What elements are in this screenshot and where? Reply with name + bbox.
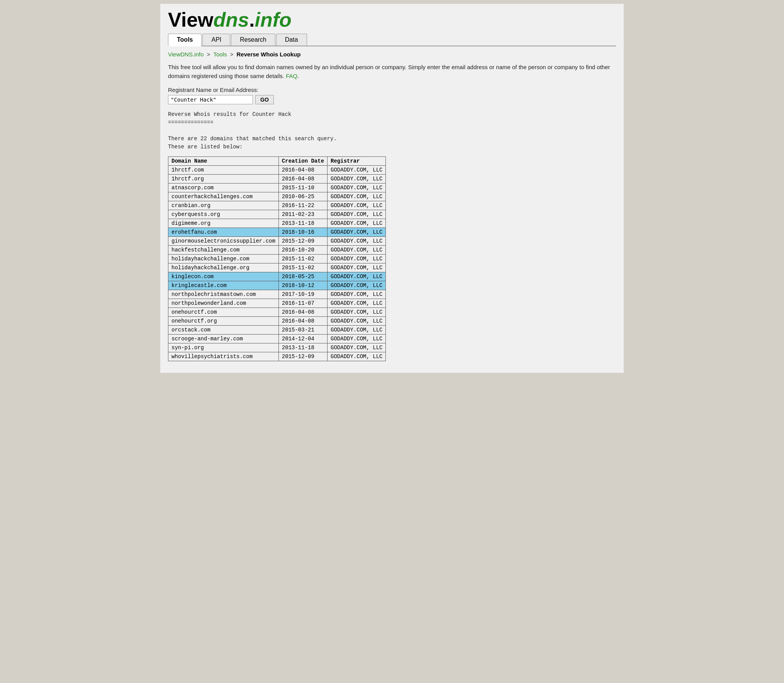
cell-registrar: GODADDY.COM, LLC xyxy=(328,326,386,335)
cell-creation-date: 2017-10-19 xyxy=(278,290,327,299)
cell-registrar: GODADDY.COM, LLC xyxy=(328,308,386,317)
cell-registrar: GODADDY.COM, LLC xyxy=(328,201,386,210)
cell-registrar: GODADDY.COM, LLC xyxy=(328,166,386,175)
cell-creation-date: 2015-11-02 xyxy=(278,263,327,272)
results-table: Domain Name Creation Date Registrar 1hrc… xyxy=(168,156,386,361)
cell-registrar: GODADDY.COM, LLC xyxy=(328,246,386,255)
table-row: whovillepsychiatrists.com2015-12-09GODAD… xyxy=(168,352,386,361)
cell-domain: digimeme.org xyxy=(168,219,279,228)
table-row: holidayhackchallenge.org2015-11-02GODADD… xyxy=(168,263,386,272)
cell-creation-date: 2016-11-07 xyxy=(278,299,327,308)
cell-registrar: GODADDY.COM, LLC xyxy=(328,228,386,237)
table-row: scrooge-and-marley.com2014-12-04GODADDY.… xyxy=(168,335,386,343)
cell-creation-date: 2016-04-08 xyxy=(278,166,327,175)
breadcrumb: ViewDNS.info > Tools > Reverse Whois Loo… xyxy=(168,51,616,58)
cell-domain: northpolewonderland.com xyxy=(168,299,279,308)
table-row: northpolechristmastown.com2017-10-19GODA… xyxy=(168,290,386,299)
cell-domain: onehourctf.org xyxy=(168,317,279,326)
logo: Viewdns.info xyxy=(168,10,616,30)
table-row: onehourctf.com2016-04-08GODADDY.COM, LLC xyxy=(168,308,386,317)
tab-data[interactable]: Data xyxy=(276,34,307,46)
cell-registrar: GODADDY.COM, LLC xyxy=(328,272,386,281)
table-row: holidayhackchallenge.com2015-11-02GODADD… xyxy=(168,255,386,263)
go-button[interactable]: GO xyxy=(255,95,274,104)
table-row: kringlecastle.com2018-10-12GODADDY.COM, … xyxy=(168,281,386,290)
table-row: 1hrctf.org2016-04-08GODADDY.COM, LLC xyxy=(168,175,386,183)
cell-creation-date: 2016-11-22 xyxy=(278,201,327,210)
cell-registrar: GODADDY.COM, LLC xyxy=(328,183,386,192)
table-row: counterhackchallenges.com2010-06-25GODAD… xyxy=(168,192,386,201)
table-row: northpolewonderland.com2016-11-07GODADDY… xyxy=(168,299,386,308)
cell-registrar: GODADDY.COM, LLC xyxy=(328,299,386,308)
table-row: cranbian.org2016-11-22GODADDY.COM, LLC xyxy=(168,201,386,210)
tab-api[interactable]: API xyxy=(202,34,230,46)
cell-domain: syn-pi.org xyxy=(168,343,279,352)
tab-tools[interactable]: Tools xyxy=(168,34,202,46)
cell-creation-date: 2011-02-23 xyxy=(278,210,327,219)
cell-creation-date: 2016-10-20 xyxy=(278,246,327,255)
tab-research[interactable]: Research xyxy=(231,34,275,46)
cell-registrar: GODADDY.COM, LLC xyxy=(328,335,386,343)
cell-registrar: GODADDY.COM, LLC xyxy=(328,255,386,263)
table-row: hackfestchallenge.com2016-10-20GODADDY.C… xyxy=(168,246,386,255)
cell-domain: 1hrctf.com xyxy=(168,166,279,175)
form-label: Registrant Name or Email Address: xyxy=(168,87,616,93)
cell-creation-date: 2018-10-12 xyxy=(278,281,327,290)
logo-view: View xyxy=(168,8,214,31)
cell-creation-date: 2010-06-25 xyxy=(278,192,327,201)
cell-domain: erohetfanu.com xyxy=(168,228,279,237)
table-row: onehourctf.org2016-04-08GODADDY.COM, LLC xyxy=(168,317,386,326)
breadcrumb-current: Reverse Whois Lookup xyxy=(237,51,301,58)
cell-domain: holidayhackchallenge.com xyxy=(168,255,279,263)
cell-creation-date: 2018-10-16 xyxy=(278,228,327,237)
table-row: orcstack.com2015-03-21GODADDY.COM, LLC xyxy=(168,326,386,335)
cell-registrar: GODADDY.COM, LLC xyxy=(328,175,386,183)
cell-domain: onehourctf.com xyxy=(168,308,279,317)
cell-registrar: GODADDY.COM, LLC xyxy=(328,317,386,326)
search-form: Registrant Name or Email Address: GO xyxy=(168,87,616,104)
logo-dot: . xyxy=(249,8,255,31)
description-text: This free tool will allow you to find do… xyxy=(168,64,610,79)
cell-domain: kringlecastle.com xyxy=(168,281,279,290)
cell-creation-date: 2016-04-08 xyxy=(278,308,327,317)
logo-dns: dns xyxy=(214,8,249,31)
table-row: digimeme.org2013-11-18GODADDY.COM, LLC xyxy=(168,219,386,228)
cell-registrar: GODADDY.COM, LLC xyxy=(328,290,386,299)
cell-domain: holidayhackchallenge.org xyxy=(168,263,279,272)
col-header-creation: Creation Date xyxy=(278,157,327,166)
table-row: 1hrctf.com2016-04-08GODADDY.COM, LLC xyxy=(168,166,386,175)
table-row: kinglecon.com2018-05-25GODADDY.COM, LLC xyxy=(168,272,386,281)
cell-creation-date: 2015-11-10 xyxy=(278,183,327,192)
cell-registrar: GODADDY.COM, LLC xyxy=(328,192,386,201)
table-row: syn-pi.org2013-11-18GODADDY.COM, LLC xyxy=(168,343,386,352)
cell-domain: ginormouselectronicssupplier.com xyxy=(168,237,279,246)
cell-creation-date: 2014-12-04 xyxy=(278,335,327,343)
cell-creation-date: 2013-11-18 xyxy=(278,219,327,228)
table-row: cyberquests.org2011-02-23GODADDY.COM, LL… xyxy=(168,210,386,219)
faq-link[interactable]: FAQ xyxy=(286,73,297,79)
cell-registrar: GODADDY.COM, LLC xyxy=(328,237,386,246)
cell-registrar: GODADDY.COM, LLC xyxy=(328,352,386,361)
nav-tabs: Tools API Research Data xyxy=(168,34,616,46)
table-row: atnascorp.com2015-11-10GODADDY.COM, LLC xyxy=(168,183,386,192)
breadcrumb-home[interactable]: ViewDNS.info xyxy=(168,51,204,58)
cell-creation-date: 2016-04-08 xyxy=(278,175,327,183)
cell-domain: scrooge-and-marley.com xyxy=(168,335,279,343)
cell-domain: kinglecon.com xyxy=(168,272,279,281)
cell-creation-date: 2013-11-18 xyxy=(278,343,327,352)
results-header: Reverse Whois results for Counter Hack =… xyxy=(168,110,616,151)
cell-registrar: GODADDY.COM, LLC xyxy=(328,210,386,219)
cell-domain: cyberquests.org xyxy=(168,210,279,219)
cell-registrar: GODADDY.COM, LLC xyxy=(328,263,386,272)
cell-domain: orcstack.com xyxy=(168,326,279,335)
cell-creation-date: 2015-03-21 xyxy=(278,326,327,335)
search-input[interactable] xyxy=(168,95,253,104)
cell-creation-date: 2015-11-02 xyxy=(278,255,327,263)
table-header-row: Domain Name Creation Date Registrar xyxy=(168,157,386,166)
page-description: This free tool will allow you to find do… xyxy=(168,63,616,80)
cell-creation-date: 2015-12-09 xyxy=(278,352,327,361)
cell-creation-date: 2018-05-25 xyxy=(278,272,327,281)
breadcrumb-section[interactable]: Tools xyxy=(213,51,227,58)
cell-creation-date: 2016-04-08 xyxy=(278,317,327,326)
cell-domain: northpolechristmastown.com xyxy=(168,290,279,299)
